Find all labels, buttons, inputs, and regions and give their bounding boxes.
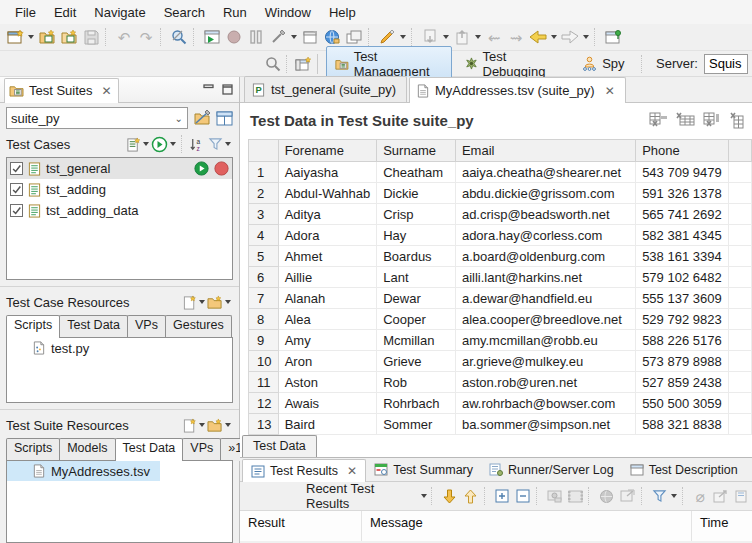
column-header-extra[interactable] <box>728 140 751 162</box>
web-browser-icon[interactable] <box>321 26 343 48</box>
new-test-case-icon[interactable] <box>126 137 141 152</box>
filter-dropdown[interactable] <box>223 134 233 154</box>
row-number-cell[interactable]: 13 <box>249 414 279 435</box>
test-suites-tab[interactable]: Test Suites ✕ <box>4 78 119 103</box>
table-cell[interactable]: Ahmet <box>278 246 377 267</box>
add-row-icon[interactable] <box>676 112 695 129</box>
object-picker-icon[interactable] <box>267 26 289 48</box>
table-cell[interactable]: Sommer <box>377 414 456 435</box>
table-cell[interactable]: a.dewar@handfield.eu <box>455 288 635 309</box>
file-row-test-py[interactable]: test.py <box>7 338 232 358</box>
new-wizard-dropdown[interactable] <box>26 27 36 47</box>
table-cell-empty[interactable] <box>728 162 751 183</box>
table-cell[interactable]: Dickie <box>377 183 456 204</box>
table-cell[interactable]: 543 709 9479 <box>636 162 729 183</box>
stop-test-icon[interactable] <box>214 161 229 176</box>
server-input[interactable] <box>704 54 748 74</box>
table-cell[interactable]: aw.rohrbach@bowser.com <box>455 393 635 414</box>
run-aut-icon[interactable] <box>201 26 223 48</box>
run-suite-icon[interactable] <box>151 136 168 153</box>
editor-tab-tst-general[interactable]: P tst_general (suite_py) <box>244 76 407 102</box>
row-number-cell[interactable]: 4 <box>249 225 279 246</box>
object-map-icon[interactable] <box>193 110 211 126</box>
table-cell[interactable]: Cooper <box>377 309 456 330</box>
row-number-cell[interactable]: 5 <box>249 246 279 267</box>
row-number-cell[interactable]: 3 <box>249 204 279 225</box>
tab-vps[interactable]: VPs <box>127 315 166 338</box>
recent-results-chevron[interactable] <box>419 486 428 506</box>
tab-vps[interactable]: VPs <box>182 438 221 461</box>
back-dropdown[interactable] <box>549 27 559 47</box>
table-cell-empty[interactable] <box>728 351 751 372</box>
table-cell-empty[interactable] <box>728 204 751 225</box>
spy-glass-icon[interactable] <box>168 26 190 48</box>
row-number-cell[interactable]: 2 <box>249 183 279 204</box>
new-test-case-dropdown[interactable] <box>141 134 151 154</box>
menu-help[interactable]: Help <box>320 2 365 23</box>
open-report-icon[interactable] <box>710 485 731 507</box>
new-folder-dropdown[interactable] <box>223 415 233 435</box>
table-cell-empty[interactable] <box>728 267 751 288</box>
expand-all-icon[interactable] <box>492 485 513 507</box>
table-row[interactable]: 8AleaCooperalea.cooper@breedlove.net529 … <box>249 309 752 330</box>
tab-scripts[interactable]: Scripts <box>6 438 60 461</box>
search-icon[interactable] <box>264 53 283 75</box>
table-cell-empty[interactable] <box>728 330 751 351</box>
save-icon[interactable] <box>80 26 102 48</box>
editor-tab-myaddresses[interactable]: MyAddresses.tsv (suite_py) ✕ <box>409 77 626 103</box>
next-result-icon[interactable] <box>439 485 460 507</box>
table-row[interactable]: 2Abdul-WahhabDickieabdu.dickie@grissom.c… <box>249 183 752 204</box>
new-file-dropdown[interactable] <box>197 292 207 312</box>
tab-test-description[interactable]: Test Description <box>622 458 746 481</box>
row-number-cell[interactable]: 6 <box>249 267 279 288</box>
table-cell[interactable]: Lant <box>377 267 456 288</box>
row-number-cell[interactable]: 12 <box>249 393 279 414</box>
new-file-icon[interactable] <box>183 418 197 433</box>
tab-test-data[interactable]: Test Data <box>59 315 128 338</box>
save-report-icon[interactable] <box>731 485 752 507</box>
table-cell[interactable]: Crisp <box>377 204 456 225</box>
highlighter-dropdown[interactable] <box>398 27 408 47</box>
new-wizard-icon[interactable] <box>4 26 26 48</box>
remove-column-icon[interactable] <box>703 112 722 129</box>
table-cell[interactable]: Aaiyasha <box>278 162 377 183</box>
table-cell[interactable]: ba.sommer@simpson.net <box>455 414 635 435</box>
table-cell[interactable]: Baird <box>278 414 377 435</box>
row-number-cell[interactable]: 10 <box>249 351 279 372</box>
table-cell[interactable]: 529 792 9823 <box>636 309 729 330</box>
previous-result-icon[interactable] <box>460 485 481 507</box>
perspective-spy[interactable]: Spy <box>573 53 633 74</box>
new-test-case-icon[interactable] <box>58 26 80 48</box>
table-cell[interactable]: Cheatham <box>377 162 456 183</box>
tab-scripts[interactable]: Scripts <box>6 315 60 338</box>
menu-run[interactable]: Run <box>214 2 256 23</box>
table-cell[interactable]: Aillie <box>278 267 377 288</box>
close-icon[interactable]: ✕ <box>102 84 112 98</box>
table-cell[interactable]: Hay <box>377 225 456 246</box>
table-row-partial[interactable]: 13BairdSommerba.sommer@simpson.net588 32… <box>249 414 752 435</box>
remove-row-icon[interactable] <box>649 112 668 129</box>
table-cell-empty[interactable] <box>728 246 751 267</box>
results-column-time[interactable]: Time <box>692 511 752 541</box>
new-file-icon[interactable] <box>183 295 197 310</box>
table-cell[interactable]: 527 859 2438 <box>636 372 729 393</box>
menu-edit[interactable]: Edit <box>45 2 85 23</box>
table-row[interactable]: 3AdityaCrispad.crisp@beadsworth.net565 7… <box>249 204 752 225</box>
forward-icon[interactable] <box>559 26 581 48</box>
suite-selector[interactable]: suite_py ⌄ <box>6 107 188 129</box>
highlighter-icon[interactable] <box>376 26 398 48</box>
forward-dropdown[interactable] <box>581 27 591 47</box>
new-folder-icon[interactable] <box>207 295 223 310</box>
tab-models[interactable]: Models <box>59 438 115 461</box>
table-cell[interactable]: Alanah <box>278 288 377 309</box>
menu-window[interactable]: Window <box>256 2 320 23</box>
update-icon[interactable] <box>451 26 473 48</box>
tab-test-data[interactable]: Test Data <box>115 438 184 461</box>
results-column-result[interactable]: Result <box>240 511 362 541</box>
manage-windows-icon[interactable] <box>343 26 365 48</box>
checkbox-checked-icon[interactable] <box>10 183 23 196</box>
table-cell[interactable]: Aron <box>278 351 377 372</box>
table-cell[interactable]: 565 741 2692 <box>636 204 729 225</box>
table-row[interactable]: 7AlanahDewara.dewar@handfield.eu555 137 … <box>249 288 752 309</box>
table-cell[interactable]: Adora <box>278 225 377 246</box>
